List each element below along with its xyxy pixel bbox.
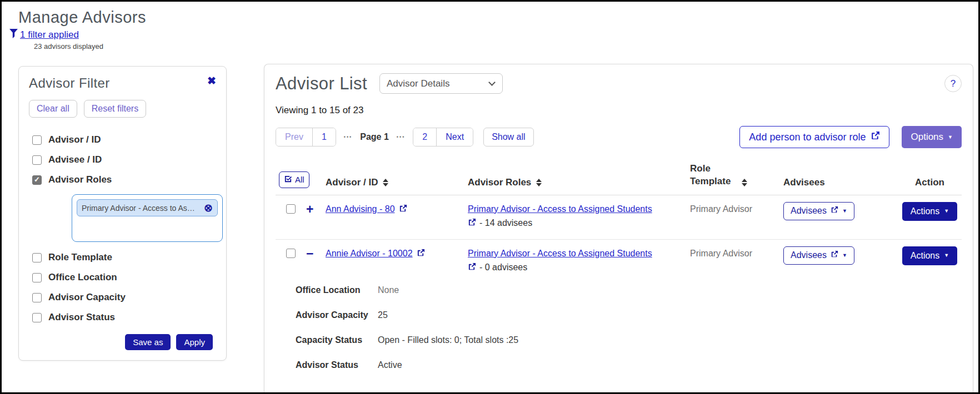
sort-icon[interactable] [742,179,747,188]
external-link-icon[interactable] [468,218,476,229]
pagination-group-right: 2 Next [413,128,473,147]
sort-icon[interactable] [383,179,388,188]
external-link-icon [831,206,838,216]
advisor-list-panel: Advisor List Advisor Details ? Viewing 1… [264,64,973,394]
advisor-roles-multiselect[interactable]: Primary Advisor - Access to As… ⊗ [72,194,223,242]
advisor-list-title: Advisor List [276,74,367,94]
detail-office-location: Office Location None [276,285,962,295]
prev-page-button[interactable]: Prev [276,128,312,146]
advisor-capacity-checkbox[interactable] [32,293,42,302]
filter-field-office-location: Office Location [32,272,216,283]
role-filter-tag: Primary Advisor - Access to As… ⊗ [77,199,218,216]
caret-down-icon: ▼ [842,209,847,214]
advisor-name-link[interactable]: Ann Advising - 80 [326,204,395,214]
external-link-icon[interactable] [468,262,476,273]
column-header-action: Action [898,163,962,195]
pagination-group-left: Prev 1 [276,128,336,147]
check-square-icon [284,175,292,185]
ellipsis-icon: ••• [344,134,352,140]
advisors-displayed-count: 23 advisors displayed [34,42,978,50]
column-header-advisor-roles[interactable]: Advisor Roles [468,163,690,195]
actions-dropdown-button[interactable]: Actions ▼ [902,202,957,221]
page-2-button[interactable]: 2 [413,128,436,146]
collapse-row-icon[interactable]: − [306,246,313,261]
advisee-count: - 0 advisees [479,262,527,272]
expand-row-icon[interactable]: + [306,202,313,216]
advisor-name-link[interactable]: Annie Advisor - 10002 [326,249,413,259]
role-template-value: Primary Advisor [690,240,783,280]
select-all-button[interactable]: All [279,171,309,188]
help-button[interactable]: ? [944,75,962,92]
page-1-button[interactable]: 1 [312,128,336,146]
sort-icon[interactable] [536,179,542,188]
advisee-count: - 14 advisees [479,218,532,228]
viewing-status: Viewing 1 to 15 of 23 [276,105,962,116]
advisor-table: All Advisor / ID Advisor Roles Role Temp… [276,163,962,280]
filter-field-advisor-status: Advisor Status [32,312,216,323]
caret-down-icon: ▼ [944,253,949,258]
reset-filters-button[interactable]: Reset filters [84,100,146,118]
column-header-role-template[interactable]: Role Template [690,163,783,195]
next-page-button[interactable]: Next [436,128,473,146]
filter-field-role-template: Role Template [32,252,216,263]
manage-advisors-page: Manage Advisors 1 filter applied 23 advi… [0,0,980,394]
apply-button[interactable]: Apply [176,334,213,350]
external-link-icon [399,204,407,215]
advisees-dropdown-button[interactable]: Advisees ▼ [783,246,854,265]
filter-field-advisor-capacity: Advisor Capacity [32,292,216,303]
options-button[interactable]: Options ▼ [902,126,962,148]
filter-applied-link[interactable]: 1 filter applied [20,29,79,41]
remove-tag-icon[interactable]: ⊗ [204,203,213,213]
save-as-button[interactable]: Save as [125,334,171,350]
role-template-checkbox[interactable] [32,253,42,262]
advisees-dropdown-button[interactable]: Advisees ▼ [783,202,854,220]
external-link-icon [417,249,425,259]
column-header-advisees: Advisees [783,163,898,195]
current-page-label: Page 1 [360,132,389,142]
external-link-icon [871,131,880,143]
advisor-id-checkbox[interactable] [32,135,42,145]
row-checkbox[interactable] [286,204,296,214]
detail-advisor-status: Advisor Status Active [276,360,962,370]
actions-dropdown-button[interactable]: Actions ▼ [902,246,957,265]
role-template-value: Primary Advisor [690,195,783,240]
detail-capacity-status: Capacity Status Open - Filled slots: 0; … [276,335,962,345]
office-location-checkbox[interactable] [32,273,42,282]
column-header-advisor-id[interactable]: Advisor / ID [326,163,468,195]
add-person-to-advisor-role-button[interactable]: Add person to advisor role [739,126,889,148]
filter-applied-row: 1 filter applied [9,29,978,41]
filter-funnel-icon [9,29,18,41]
advisor-details-select[interactable]: Advisor Details [379,73,503,94]
filter-field-advisor-id: Advisor / ID [32,134,216,145]
row-checkbox[interactable] [286,249,296,258]
advisor-status-checkbox[interactable] [32,313,42,322]
expanded-row-details: Office Location None Advisor Capacity 25… [276,285,962,370]
external-link-icon [831,250,838,260]
chevron-down-icon [488,79,496,86]
clear-all-button[interactable]: Clear all [29,100,77,118]
filter-field-advisor-roles: Advisor Roles [32,174,216,185]
filter-field-advisee-id: Advisee / ID [32,154,216,165]
caret-down-icon: ▼ [944,209,949,214]
advisor-filter-panel: Advisor Filter ✖ Clear all Reset filters… [18,66,227,361]
advisor-role-link[interactable]: Primary Advisor - Access to Assigned Stu… [468,204,652,214]
filter-panel-title: Advisor Filter [29,75,110,91]
advisor-roles-checkbox[interactable] [32,175,42,185]
role-filter-tag-label: Primary Advisor - Access to As… [82,204,195,213]
caret-down-icon: ▼ [842,253,847,258]
advisor-role-link[interactable]: Primary Advisor - Access to Assigned Stu… [468,249,652,258]
close-icon[interactable]: ✖ [207,75,216,86]
show-all-button[interactable]: Show all [483,128,533,147]
ellipsis-icon: ••• [397,134,405,140]
detail-advisor-capacity: Advisor Capacity 25 [276,310,962,320]
caret-down-icon: ▼ [948,135,953,140]
advisee-id-checkbox[interactable] [32,155,42,165]
page-title: Manage Advisors [18,8,978,27]
